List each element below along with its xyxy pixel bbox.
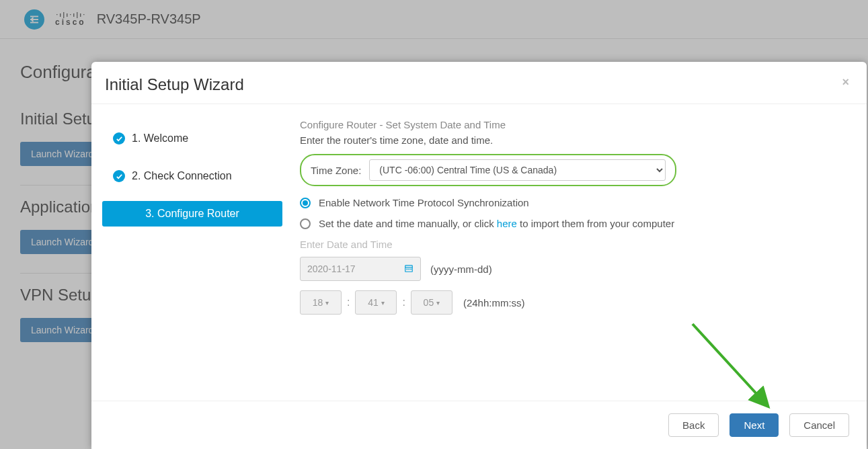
radio-manual-label: Set the date and time manually, or click… (319, 218, 674, 229)
check-icon (113, 170, 125, 182)
step-check-connection[interactable]: 2. Check Connection (102, 163, 282, 189)
wizard-content: Configure Router - Set System Date and T… (293, 104, 867, 401)
chevron-down-icon: ▾ (381, 299, 385, 307)
modal-header: Initial Setup Wizard × (91, 62, 867, 104)
svg-rect-5 (407, 268, 408, 270)
date-input[interactable]: 2020-11-17 (300, 257, 421, 281)
content-subtitle: Configure Router - Set System Date and T… (300, 119, 853, 130)
radio-ntp-label: Enable Network Time Protocol Synchroniza… (319, 197, 529, 208)
radio-selected-icon (300, 198, 311, 208)
radio-manual[interactable]: Set the date and time manually, or click… (300, 218, 853, 229)
svg-rect-7 (410, 268, 411, 270)
chevron-down-icon: ▾ (325, 299, 329, 307)
step-welcome[interactable]: 1. Welcome (102, 126, 282, 151)
radio-unselected-icon (300, 218, 311, 229)
svg-rect-3 (405, 265, 413, 271)
step-welcome-label: 1. Welcome (132, 132, 188, 145)
step-configure-label: 3. Configure Router (145, 208, 239, 220)
wizard-steps: 1. Welcome 2. Check Connection 3. Config… (91, 104, 293, 401)
date-hint: (yyyy-mm-dd) (430, 263, 492, 275)
svg-rect-6 (408, 268, 409, 270)
step-check-label: 2. Check Connection (132, 170, 232, 182)
modal-footer: Back Next Cancel (91, 401, 867, 449)
close-icon[interactable]: × (842, 75, 849, 89)
calendar-icon (404, 263, 413, 275)
timezone-row: Time Zone: (UTC -06:00) Central Time (US… (300, 154, 676, 186)
hour-select[interactable]: 18 ▾ (300, 290, 342, 315)
step-configure-router[interactable]: 3. Configure Router (102, 201, 282, 227)
modal-title: Initial Setup Wizard (105, 75, 244, 94)
chevron-down-icon: ▾ (436, 299, 440, 307)
time-hint: (24hh:mm:ss) (463, 297, 525, 309)
cancel-button[interactable]: Cancel (789, 413, 849, 437)
timezone-select[interactable]: (UTC -06:00) Central Time (US & Canada) (369, 159, 666, 181)
content-instruction: Enter the router's time zone, date and t… (300, 134, 853, 146)
date-value: 2020-11-17 (307, 263, 356, 274)
enter-date-time-label: Enter Date and Time (300, 239, 853, 250)
radio-ntp[interactable]: Enable Network Time Protocol Synchroniza… (300, 197, 853, 208)
second-select[interactable]: 05 ▾ (411, 290, 452, 315)
initial-setup-modal: Initial Setup Wizard × 1. Welcome 2. Che… (91, 62, 867, 449)
next-button[interactable]: Next (729, 413, 779, 437)
import-here-link[interactable]: here (497, 218, 517, 229)
timezone-label: Time Zone: (311, 165, 361, 176)
check-icon (113, 132, 125, 145)
back-button[interactable]: Back (668, 413, 719, 437)
minute-select[interactable]: 41 ▾ (355, 290, 397, 315)
